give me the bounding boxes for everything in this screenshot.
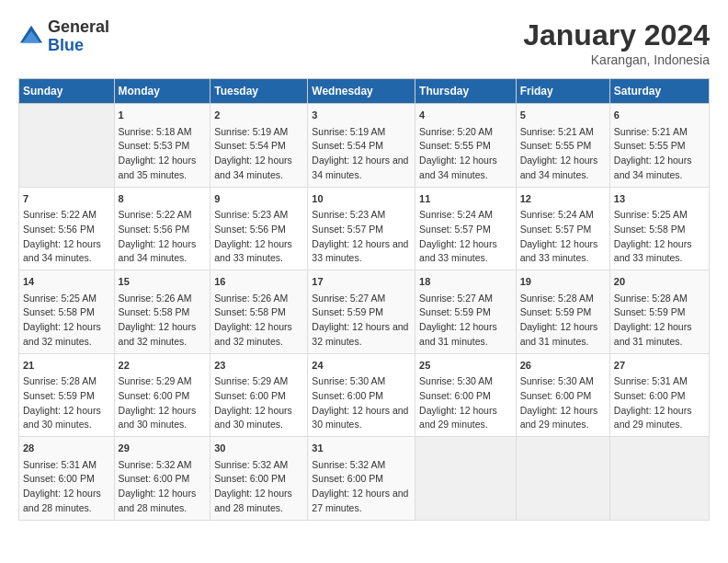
table-row: 11Sunrise: 5:24 AMSunset: 5:57 PMDayligh… <box>415 187 517 270</box>
day-number: 31 <box>312 441 411 456</box>
day-number: 29 <box>119 441 207 456</box>
day-number: 28 <box>23 441 110 456</box>
table-row: 15Sunrise: 5:26 AMSunset: 5:58 PMDayligh… <box>114 270 210 354</box>
day-number: 30 <box>214 441 303 456</box>
day-number: 11 <box>419 191 512 207</box>
header-saturday: Saturday <box>609 79 709 104</box>
day-number: 10 <box>312 191 411 207</box>
table-row: 29Sunrise: 5:32 AMSunset: 6:00 PMDayligh… <box>114 437 210 521</box>
day-number: 7 <box>23 191 110 207</box>
header-sunday: Sunday <box>19 79 115 104</box>
day-number: 14 <box>23 274 110 290</box>
calendar-body: 1Sunrise: 5:18 AMSunset: 5:53 PMDaylight… <box>19 104 710 521</box>
day-number: 26 <box>520 358 606 373</box>
table-row: 30Sunrise: 5:32 AMSunset: 6:00 PMDayligh… <box>210 437 308 521</box>
logo-icon <box>18 24 44 50</box>
header-monday: Monday <box>114 79 210 104</box>
day-number: 13 <box>614 191 705 207</box>
table-row: 6Sunrise: 5:21 AMSunset: 5:55 PMDaylight… <box>609 104 709 188</box>
table-row <box>609 437 709 521</box>
table-row <box>19 104 115 188</box>
day-number: 1 <box>119 108 207 123</box>
table-row: 22Sunrise: 5:29 AMSunset: 6:00 PMDayligh… <box>114 353 210 437</box>
day-number: 21 <box>23 358 110 373</box>
table-row: 21Sunrise: 5:28 AMSunset: 5:59 PMDayligh… <box>19 353 115 437</box>
table-row: 20Sunrise: 5:28 AMSunset: 5:59 PMDayligh… <box>609 270 709 354</box>
logo-general: General <box>48 17 109 36</box>
logo: General Blue <box>18 18 109 55</box>
table-row: 24Sunrise: 5:30 AMSunset: 6:00 PMDayligh… <box>308 353 415 437</box>
table-row: 17Sunrise: 5:27 AMSunset: 5:59 PMDayligh… <box>308 270 415 354</box>
table-row: 13Sunrise: 5:25 AMSunset: 5:58 PMDayligh… <box>609 187 709 270</box>
page-subtitle: Karangan, Indonesia <box>523 52 710 67</box>
day-number: 4 <box>419 108 512 123</box>
table-row: 27Sunrise: 5:31 AMSunset: 6:00 PMDayligh… <box>609 353 709 437</box>
table-row: 18Sunrise: 5:27 AMSunset: 5:59 PMDayligh… <box>415 270 517 354</box>
table-row: 10Sunrise: 5:23 AMSunset: 5:57 PMDayligh… <box>308 187 415 270</box>
table-row: 8Sunrise: 5:22 AMSunset: 5:56 PMDaylight… <box>114 187 210 270</box>
table-row: 9Sunrise: 5:23 AMSunset: 5:56 PMDaylight… <box>210 187 308 270</box>
logo-text: General Blue <box>48 18 109 55</box>
table-row: 14Sunrise: 5:25 AMSunset: 5:58 PMDayligh… <box>19 270 115 354</box>
header-wednesday: Wednesday <box>308 79 415 104</box>
day-number: 6 <box>614 108 705 123</box>
header-tuesday: Tuesday <box>210 79 308 104</box>
day-number: 24 <box>312 358 411 373</box>
table-row: 1Sunrise: 5:18 AMSunset: 5:53 PMDaylight… <box>114 104 210 188</box>
table-row <box>516 437 609 521</box>
day-number: 27 <box>614 358 705 373</box>
table-row: 7Sunrise: 5:22 AMSunset: 5:56 PMDaylight… <box>19 187 115 270</box>
table-row: 28Sunrise: 5:31 AMSunset: 6:00 PMDayligh… <box>19 437 115 521</box>
day-number: 20 <box>614 274 705 290</box>
header-thursday: Thursday <box>415 79 517 104</box>
day-number: 19 <box>520 274 606 290</box>
day-number: 12 <box>520 191 606 207</box>
calendar-table: Sunday Monday Tuesday Wednesday Thursday… <box>18 78 710 521</box>
header-friday: Friday <box>516 79 609 104</box>
page-header: General Blue January 2024 Karangan, Indo… <box>18 18 710 67</box>
table-row: 25Sunrise: 5:30 AMSunset: 6:00 PMDayligh… <box>415 353 517 437</box>
day-number: 25 <box>419 358 512 373</box>
table-row: 19Sunrise: 5:28 AMSunset: 5:59 PMDayligh… <box>516 270 609 354</box>
day-number: 2 <box>214 108 303 123</box>
table-row: 4Sunrise: 5:20 AMSunset: 5:55 PMDaylight… <box>415 104 517 188</box>
day-number: 15 <box>119 274 207 290</box>
day-number: 22 <box>119 358 207 373</box>
calendar-header: Sunday Monday Tuesday Wednesday Thursday… <box>19 79 710 104</box>
day-number: 8 <box>119 191 207 207</box>
title-block: January 2024 Karangan, Indonesia <box>523 18 710 67</box>
day-number: 16 <box>214 274 303 290</box>
day-number: 17 <box>312 274 411 290</box>
table-row: 31Sunrise: 5:32 AMSunset: 6:00 PMDayligh… <box>308 437 415 521</box>
table-row: 3Sunrise: 5:19 AMSunset: 5:54 PMDaylight… <box>308 104 415 188</box>
day-number: 18 <box>419 274 512 290</box>
table-row: 2Sunrise: 5:19 AMSunset: 5:54 PMDaylight… <box>210 104 308 188</box>
table-row: 23Sunrise: 5:29 AMSunset: 6:00 PMDayligh… <box>210 353 308 437</box>
day-number: 5 <box>520 108 606 123</box>
table-row <box>415 437 517 521</box>
table-row: 12Sunrise: 5:24 AMSunset: 5:57 PMDayligh… <box>516 187 609 270</box>
day-number: 23 <box>214 358 303 373</box>
table-row: 26Sunrise: 5:30 AMSunset: 6:00 PMDayligh… <box>516 353 609 437</box>
table-row: 16Sunrise: 5:26 AMSunset: 5:58 PMDayligh… <box>210 270 308 354</box>
day-number: 9 <box>214 191 303 207</box>
page-title: January 2024 <box>523 18 710 52</box>
logo-blue: Blue <box>48 36 84 54</box>
day-number: 3 <box>312 108 411 123</box>
table-row: 5Sunrise: 5:21 AMSunset: 5:55 PMDaylight… <box>516 104 609 188</box>
